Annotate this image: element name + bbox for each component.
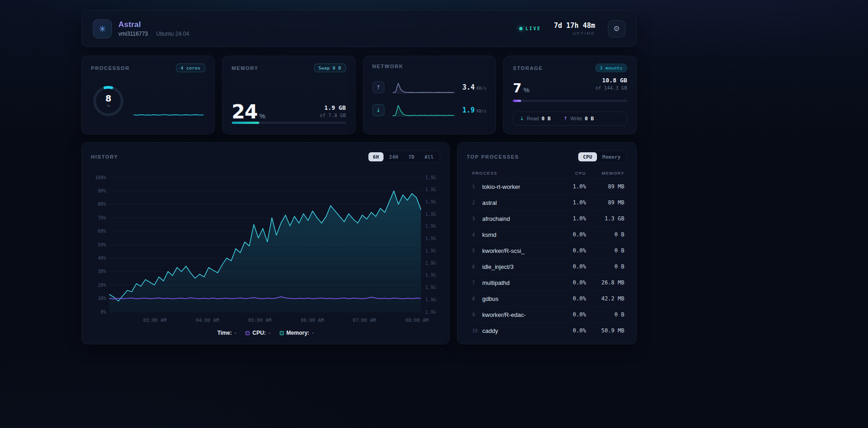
upload-value-block: 3.4 KB/s [462,83,486,91]
storage-body: 7 % 10.8 GB of 144.3 GB [513,77,627,94]
svg-text:1.9G: 1.9G [425,199,436,204]
gauge-center: 8 % [91,84,126,118]
download-sparkline [389,102,458,118]
history-chart[interactable]: 0%10%20%30%40%50%60%70%80%90%100%1.9G1.9… [91,165,441,324]
write-arrow-icon: ↑ [564,116,568,122]
svg-text:70%: 70% [98,215,106,220]
process-row[interactable]: 6idle_inject/30.0%0 B [472,258,624,274]
process-row[interactable]: 7multipathd0.0%26.8 MB [472,274,624,290]
processes-tab-cpu[interactable]: CPU [578,152,596,161]
svg-text:90%: 90% [98,188,106,193]
history-range-6h[interactable]: 6H [368,152,383,161]
process-rank: 6 [472,264,482,269]
process-name: astral [482,199,559,206]
network-title: NETWORK [373,64,404,69]
process-memory: 0 B [586,311,624,318]
legend-memory-label: Memory: [287,330,309,336]
download-value-block: 1.9 KB/s [462,106,486,114]
memory-percent-unit: % [259,112,265,120]
mounts-badge: 3 mounts [595,64,627,72]
history-range-24h[interactable]: 24H [384,152,403,161]
read-label: Read [527,116,538,121]
stats-grid: PROCESSOR 4 cores 8 % [81,56,637,134]
cpu-percent-unit: % [107,104,110,108]
process-cpu: 0.0% [559,231,586,238]
process-rank: 4 [472,232,482,237]
process-rank: 2 [472,200,482,205]
memory-title: MEMORY [232,65,259,71]
memory-body: 24 % 1.9 GB of 7.8 GB [232,75,346,122]
storage-card: STORAGE 3 mounts 7 % 10.8 GB of 144.3 GB [503,56,637,134]
process-row[interactable]: 9kworker/R-edac-0.0%0 B [472,306,624,322]
process-memory: 50.9 MB [586,327,624,334]
read-arrow-icon: ↓ [520,116,524,122]
legend-time: Time: - [217,330,236,336]
process-row[interactable]: 4ksmd0.0%0 B [472,226,624,242]
process-row[interactable]: 2astral1.0%89 MB [472,194,624,210]
memory-percent: 24 % [232,102,266,122]
svg-text:1.9G: 1.9G [425,297,436,302]
storage-percent-unit: % [523,86,529,94]
legend-memory: Memory: - [280,330,314,336]
process-row[interactable]: 1tokio-rt-worker1.0%89 MB [472,178,624,194]
cpu-sparkline [132,97,205,118]
live-label: LIVE [526,26,541,31]
process-row[interactable]: 5kworker/R-scsi_0.0%0 B [472,242,624,258]
svg-text:80%: 80% [98,202,106,207]
process-name: multipathd [482,279,559,286]
svg-text:1.9G: 1.9G [425,310,436,315]
process-table: PROCESS CPU MEMORY 1tokio-rt-worker1.0%8… [467,167,627,338]
process-cpu: 0.0% [559,295,586,302]
svg-text:08:00 AM: 08:00 AM [405,317,429,323]
process-memory: 42.2 MB [586,295,624,302]
hostname: vmi3116773 [118,31,148,37]
svg-text:20%: 20% [98,283,106,288]
settings-button[interactable]: ⚙ [608,20,625,37]
uptime-block: 7d 17h 48m UPTIME [554,21,595,36]
svg-text:1.9G: 1.9G [425,285,436,290]
processor-body: 8 % [91,75,205,127]
process-name: kworker/R-edac- [482,311,559,318]
history-header: HISTORY 6H24H7DAll [91,151,440,163]
memory-usage: 1.9 GB of 7.8 GB [320,104,346,122]
separator-dot: · [151,31,153,37]
network-body: ↑ 3.4 KB/s ↓ 1.9 KB/s [373,71,487,127]
process-table-body: 1tokio-rt-worker1.0%89 MB2astral1.0%89 M… [472,178,624,338]
process-cpu: 0.0% [559,247,586,254]
processes-tabs: CPUMemory [576,150,627,163]
legend-cpu-label: CPU: [252,330,266,336]
svg-text:06:00 AM: 06:00 AM [301,317,324,323]
processes-tab-memory[interactable]: Memory [598,152,625,161]
storage-progress-fill [513,100,521,102]
process-row[interactable]: 3afrochaind1.0%1.3 GB [472,210,624,226]
memory-percent-value: 24 [232,102,257,122]
memory-progress-bar [232,122,346,124]
svg-text:0%: 0% [101,310,106,315]
process-memory: 0 B [586,231,624,238]
dashboard-container: ✳ Astral vmi3116773 · Ubuntu 24.04 LIVE [81,10,637,344]
chart-legend: Time: - CPU: - Memory: - [91,327,440,338]
svg-text:1.9G: 1.9G [425,224,436,229]
history-range-all[interactable]: All [420,152,438,161]
process-name: ksmd [482,231,559,238]
memory-total: of 7.8 GB [320,112,346,118]
storage-read: ↓ Read 0 B [520,116,550,122]
history-range-7d[interactable]: 7D [404,152,419,161]
storage-io-box: ↓ Read 0 B ↑ Write 0 B [513,112,627,126]
cpu-percent-value: 8 [105,94,111,103]
svg-text:1.9G: 1.9G [425,273,436,278]
write-value: 0 B [585,116,594,122]
process-memory: 1.3 GB [586,215,624,222]
process-rank: 8 [472,296,482,301]
history-title: HISTORY [91,154,118,160]
process-memory: 89 MB [586,199,624,206]
svg-text:10%: 10% [98,296,106,301]
svg-text:04:00 AM: 04:00 AM [196,317,219,323]
processes-title: TOP PROCESSES [467,154,519,160]
network-upload-row: ↑ 3.4 KB/s [373,80,487,95]
process-row[interactable]: 8gdbus0.0%42.2 MB [472,290,624,306]
process-row[interactable]: 10caddy0.0%50.9 MB [472,322,624,338]
memory-card: MEMORY Swap 0 B 24 % 1.9 GB of 7.8 GB [222,56,356,134]
processes-header: TOP PROCESSES CPUMemory [467,151,627,163]
network-card-header: NETWORK [373,64,487,69]
